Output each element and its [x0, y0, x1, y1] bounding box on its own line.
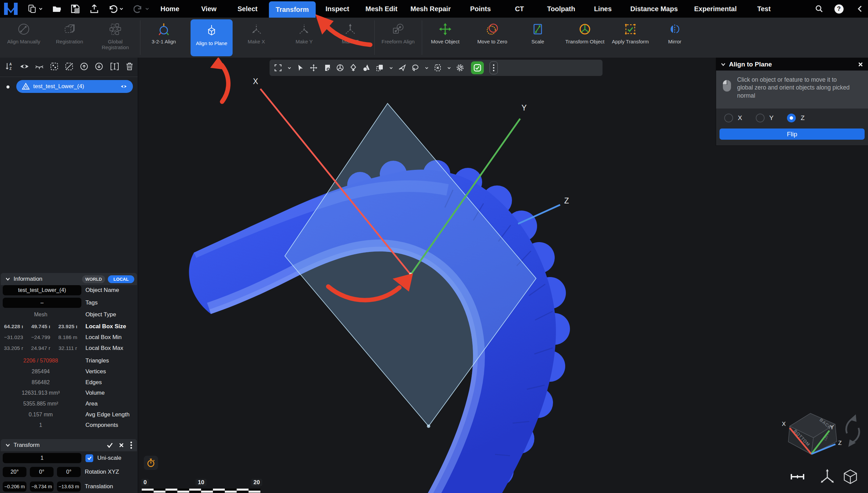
align-panel-header[interactable]: Align to Plane [716, 58, 868, 71]
rotation-z-field[interactable]: 0° [57, 467, 81, 477]
new-file-button[interactable] [26, 3, 37, 14]
ribbon-apply-transform-button[interactable]: Apply Transform [609, 18, 651, 58]
export-button[interactable] [89, 3, 100, 14]
new-file-chevron[interactable] [37, 3, 44, 14]
delete-icon[interactable] [123, 59, 136, 74]
ribbon-make-y-button[interactable]: Make Y [283, 18, 325, 58]
duplicate-chevron[interactable] [389, 63, 393, 72]
ribbon-make-z-button[interactable]: Make Z [329, 18, 371, 58]
transform-panel-title: Transform [14, 442, 40, 449]
rename-icon[interactable] [108, 59, 121, 74]
rotation-x-field[interactable]: 20° [3, 467, 26, 477]
redo-button[interactable] [133, 3, 144, 14]
ribbon-registration-button[interactable]: Registration [48, 18, 91, 58]
show-all-icon[interactable] [18, 59, 31, 74]
ribbon-move-object-button[interactable]: Move Object [424, 18, 466, 58]
radio-x[interactable] [724, 114, 733, 122]
visibility-eye-icon[interactable] [119, 83, 128, 90]
local-toggle[interactable]: LOCAL [108, 275, 134, 283]
object-name-field[interactable]: test_test_Lower_(4) [3, 285, 81, 295]
fit-view-icon[interactable] [274, 63, 282, 72]
transform-panel-header[interactable]: Transform [1, 439, 137, 451]
tab-ct[interactable]: CT [515, 0, 524, 18]
uniscale-checkbox[interactable] [85, 454, 93, 462]
tab-experimental[interactable]: Experimental [694, 0, 737, 18]
ribbon-321-align-button[interactable]: 3-2-1 Align [143, 18, 185, 58]
tab-points[interactable]: Points [470, 0, 491, 18]
cut-plane-icon[interactable] [398, 63, 407, 72]
ribbon-mirror-button[interactable]: Mirror [654, 18, 696, 58]
confirm-button[interactable] [471, 61, 484, 74]
kebab-menu-icon[interactable] [130, 441, 132, 449]
move-view-icon[interactable] [309, 63, 318, 72]
tab-home[interactable]: Home [160, 0, 179, 18]
tab-mesh-repair[interactable]: Mesh Repair [411, 0, 451, 18]
move-up-icon[interactable] [77, 59, 91, 74]
translation-x-field[interactable]: −0.206 m [3, 481, 26, 492]
translation-z-field[interactable]: −13.63 m [57, 481, 81, 492]
cancel-x-icon[interactable] [119, 442, 124, 448]
measure-tool-icon[interactable] [791, 474, 804, 479]
plane-settings-icon[interactable] [322, 63, 331, 72]
search-icon[interactable] [814, 3, 825, 14]
tab-select[interactable]: Select [238, 0, 258, 18]
radio-z[interactable] [787, 114, 796, 122]
ribbon-align-manually-button[interactable]: Align Manually [3, 18, 45, 58]
ribbon-move-to-zero-button[interactable]: Move to Zero [471, 18, 513, 58]
uniscale-field[interactable]: 1 [3, 453, 81, 463]
ribbon-align-to-plane-button[interactable]: Align to Plane [191, 19, 233, 56]
collapse-ribbon-icon[interactable] [854, 3, 865, 14]
primitives-icon[interactable] [362, 63, 371, 72]
navigation-cube[interactable]: BACK BOTTOM LEFT X Y Z [782, 413, 859, 454]
select-all-icon[interactable] [47, 59, 61, 74]
lasso-chevron[interactable] [424, 63, 429, 72]
tab-lines[interactable]: Lines [594, 0, 612, 18]
trackball-icon[interactable] [336, 63, 344, 72]
tab-inspect[interactable]: Inspect [326, 0, 349, 18]
duplicate-icon[interactable] [375, 63, 384, 72]
translation-y-field[interactable]: −8.734 m [30, 481, 54, 492]
clip-disabled-icon[interactable] [456, 63, 465, 72]
undo-chevron[interactable] [118, 3, 125, 14]
select-cursor-icon[interactable] [296, 63, 305, 72]
deselect-all-icon[interactable] [62, 59, 76, 74]
move-down-icon[interactable] [92, 59, 106, 74]
radio-y[interactable] [756, 114, 765, 122]
open-file-button[interactable] [52, 3, 62, 14]
sort-objects-icon[interactable]: A Z [3, 59, 16, 74]
tab-toolpath[interactable]: Toolpath [547, 0, 575, 18]
hide-all-icon[interactable] [33, 59, 46, 74]
fit-view-chevron[interactable] [287, 63, 292, 72]
tags-field[interactable]: – [3, 298, 81, 308]
undo-button[interactable] [107, 3, 118, 14]
world-toggle[interactable]: WORLD [82, 275, 105, 283]
toolbar-more-button[interactable] [490, 61, 498, 74]
ribbon-scale-button[interactable]: Scale [517, 18, 559, 58]
redo-chevron[interactable] [144, 3, 151, 14]
axes-widget-icon[interactable] [821, 469, 834, 483]
tab-view[interactable]: View [201, 0, 216, 18]
flip-button[interactable]: Flip [719, 129, 865, 140]
tab-mesh-edit[interactable]: Mesh Edit [366, 0, 397, 18]
lasso-select-icon[interactable] [411, 63, 420, 72]
timer-button[interactable] [144, 456, 158, 470]
tab-distance-maps[interactable]: Distance Maps [630, 0, 678, 18]
ribbon-transform-object-button[interactable]: Transform Object [564, 18, 606, 58]
ribbon-global-registration-button[interactable]: Global Registration [94, 18, 136, 58]
rotation-y-field[interactable]: 0° [30, 467, 54, 477]
close-icon[interactable] [858, 62, 863, 67]
bounding-box-icon[interactable] [844, 470, 856, 484]
apply-check-icon[interactable] [106, 442, 113, 448]
ribbon-freeform-align-button[interactable]: Freeform Align [377, 18, 419, 58]
information-panel-header[interactable]: Information WORLD LOCAL [1, 273, 137, 285]
navcube-rotate-arrows[interactable] [846, 414, 859, 447]
tab-test[interactable]: Test [757, 0, 771, 18]
box-deselect-icon[interactable] [433, 63, 442, 72]
ribbon-make-x-button[interactable]: Make X [235, 18, 277, 58]
help-icon[interactable]: ? [833, 3, 844, 14]
tab-transform[interactable]: Transform [269, 1, 316, 18]
box-deselect-chevron[interactable] [447, 63, 451, 72]
object-list-item[interactable]: test_test_Lower_(4) [16, 80, 133, 93]
add-transform-icon[interactable] [349, 63, 358, 72]
save-button[interactable] [70, 3, 81, 14]
